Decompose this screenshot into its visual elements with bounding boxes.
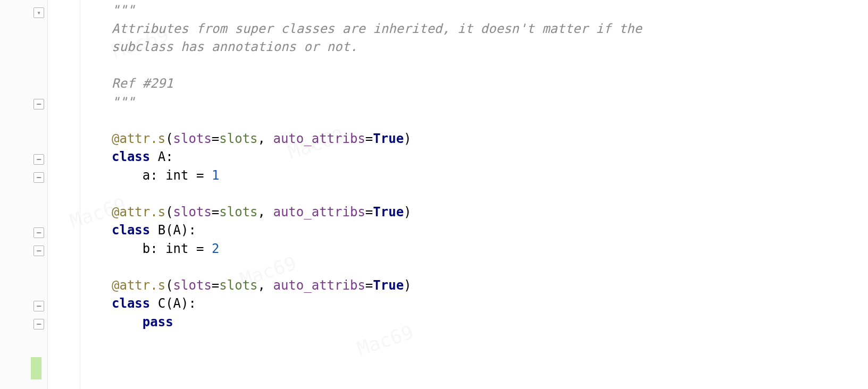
fold-toggle-icon[interactable] <box>34 246 44 256</box>
kwarg-slots: slots <box>173 278 212 293</box>
code-editor[interactable]: Mac69 Mac69 Mac69 Mac69 Mac69 """ Attrib… <box>48 0 868 389</box>
fold-toggle-icon[interactable] <box>34 319 44 329</box>
comma: , <box>258 205 273 219</box>
docstring-line: Attributes from super classes are inheri… <box>112 21 642 36</box>
param-slots: slots <box>219 131 257 146</box>
kw-class: class <box>112 223 150 238</box>
assign: = <box>189 168 212 183</box>
paren-close: ) <box>404 205 411 219</box>
fold-toggle-icon[interactable] <box>34 301 44 311</box>
number-1: 1 <box>212 168 219 183</box>
kwarg-slots: slots <box>173 131 212 146</box>
docstring-line: subclass has annotations or not. <box>112 39 357 54</box>
fold-toggle-icon[interactable] <box>34 172 44 183</box>
colon: : <box>165 149 173 164</box>
decorator: @attr.s <box>112 205 165 219</box>
paren-close: ) <box>404 131 411 146</box>
fold-toggle-icon[interactable] <box>34 99 44 109</box>
bool-true: True <box>373 131 404 146</box>
code-content[interactable]: """ Attributes from super classes are in… <box>80 0 868 331</box>
vcs-change-marker[interactable] <box>31 357 41 379</box>
decorator: @attr.s <box>112 278 165 293</box>
type-colon: : <box>150 241 165 256</box>
fold-toggle-icon[interactable] <box>34 7 44 18</box>
comma: , <box>258 131 273 146</box>
paren-base-a: (A) <box>165 296 188 311</box>
equals: = <box>365 205 373 219</box>
class-name-b: B <box>158 223 165 238</box>
type-int: int <box>165 168 188 183</box>
kwarg-auto-attribs: auto_attribs <box>273 205 365 219</box>
kwarg-auto-attribs: auto_attribs <box>273 278 365 293</box>
class-name-a: A <box>158 149 165 164</box>
fold-column <box>29 0 48 389</box>
paren-open: ( <box>165 205 173 219</box>
kwarg-auto-attribs: auto_attribs <box>273 131 365 146</box>
param-slots: slots <box>219 278 257 293</box>
type-int: int <box>165 241 188 256</box>
comma: , <box>258 278 273 293</box>
docstring-close: """ <box>112 95 135 109</box>
docstring-ref: Ref #291 <box>112 76 173 91</box>
equals: = <box>365 131 373 146</box>
number-2: 2 <box>212 241 219 256</box>
paren-close: ) <box>404 278 411 293</box>
param-slots: slots <box>219 205 257 219</box>
paren-open: ( <box>165 278 173 293</box>
kw-class: class <box>112 296 150 311</box>
bool-true: True <box>373 205 404 219</box>
type-colon: : <box>150 168 165 183</box>
class-name-c: C <box>158 296 165 311</box>
field-b: b <box>143 241 150 256</box>
fold-toggle-icon[interactable] <box>34 227 44 238</box>
decorator: @attr.s <box>112 131 165 146</box>
docstring-open: """ <box>112 3 135 18</box>
kwarg-slots: slots <box>173 205 212 219</box>
equals: = <box>212 278 219 293</box>
equals: = <box>365 278 373 293</box>
colon: : <box>189 296 196 311</box>
editor-gutter <box>0 0 48 389</box>
equals: = <box>212 205 219 219</box>
kw-class: class <box>112 149 150 164</box>
kw-pass: pass <box>143 315 173 329</box>
paren-base-a: (A) <box>165 223 188 238</box>
colon: : <box>189 223 196 238</box>
bool-true: True <box>373 278 404 293</box>
field-a: a <box>143 168 150 183</box>
equals: = <box>212 131 219 146</box>
indent-guide-line <box>80 0 80 389</box>
fold-toggle-icon[interactable] <box>34 154 44 165</box>
assign: = <box>189 241 212 256</box>
paren-open: ( <box>165 131 173 146</box>
